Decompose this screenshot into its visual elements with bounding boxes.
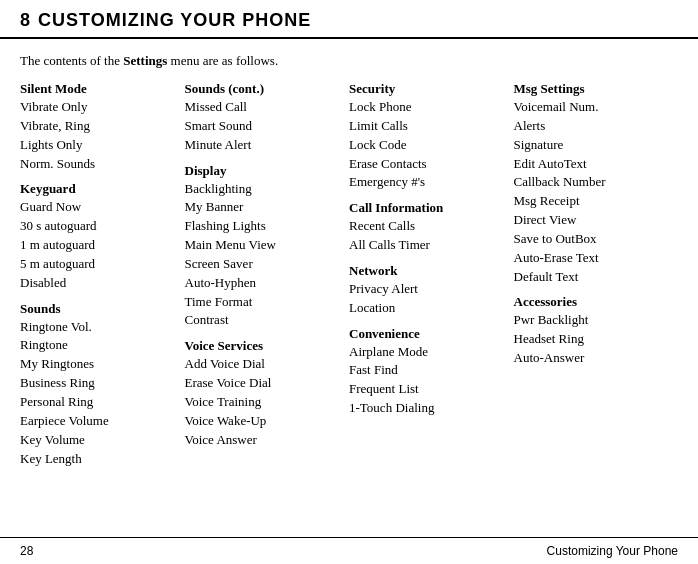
section-header-3-1: Accessories [514,294,671,310]
menu-item-1-2-1: Erase Voice Dial [185,374,342,393]
menu-item-3-0-3: Edit AutoText [514,155,671,174]
column-0: Silent ModeVibrate OnlyVibrate, RingLigh… [20,81,185,468]
menu-item-1-2-4: Voice Answer [185,431,342,450]
menu-item-2-1-1: All Calls Timer [349,236,506,255]
menu-item-0-2-7: Key Length [20,450,177,469]
section-header-1-0: Sounds (cont.) [185,81,342,97]
menu-item-3-0-5: Msg Receipt [514,192,671,211]
menu-item-1-0-1: Smart Sound [185,117,342,136]
menu-item-3-0-9: Default Text [514,268,671,287]
section-header-2-2: Network [349,263,506,279]
menu-item-0-2-4: Personal Ring [20,393,177,412]
menu-item-0-2-6: Key Volume [20,431,177,450]
menu-item-2-0-3: Erase Contacts [349,155,506,174]
footer-page-number: 28 [20,544,33,558]
menu-item-2-3-1: Fast Find [349,361,506,380]
menu-item-1-2-2: Voice Training [185,393,342,412]
menu-item-1-1-6: Time Format [185,293,342,312]
menu-item-0-2-2: My Ringtones [20,355,177,374]
menu-item-3-1-0: Pwr Backlight [514,311,671,330]
menu-item-3-0-6: Direct View [514,211,671,230]
page: 8 Customizing Your Phone The contents of… [0,0,698,564]
menu-item-0-2-5: Earpiece Volume [20,412,177,431]
menu-item-1-1-1: My Banner [185,198,342,217]
menu-item-0-0-3: Norm. Sounds [20,155,177,174]
menu-columns: Silent ModeVibrate OnlyVibrate, RingLigh… [20,81,678,468]
menu-item-0-2-0: Ringtone Vol. [20,318,177,337]
menu-item-2-0-0: Lock Phone [349,98,506,117]
menu-item-3-1-2: Auto-Answer [514,349,671,368]
section-header-1-2: Voice Services [185,338,342,354]
menu-item-2-2-0: Privacy Alert [349,280,506,299]
menu-item-1-2-0: Add Voice Dial [185,355,342,374]
menu-item-1-1-0: Backlighting [185,180,342,199]
menu-item-1-1-5: Auto-Hyphen [185,274,342,293]
menu-item-2-0-2: Lock Code [349,136,506,155]
menu-item-2-2-1: Location [349,299,506,318]
menu-item-2-3-0: Airplane Mode [349,343,506,362]
menu-item-0-1-2: 1 m autoguard [20,236,177,255]
menu-item-1-1-4: Screen Saver [185,255,342,274]
menu-item-3-1-1: Headset Ring [514,330,671,349]
menu-item-0-2-3: Business Ring [20,374,177,393]
menu-item-3-0-7: Save to OutBox [514,230,671,249]
menu-item-1-0-0: Missed Call [185,98,342,117]
section-header-0-2: Sounds [20,301,177,317]
menu-item-2-1-0: Recent Calls [349,217,506,236]
menu-item-3-0-2: Signature [514,136,671,155]
menu-item-0-0-2: Lights Only [20,136,177,155]
menu-item-2-3-2: Frequent List [349,380,506,399]
chapter-number: 8 [20,10,30,31]
menu-item-0-0-1: Vibrate, Ring [20,117,177,136]
footer-title: Customizing Your Phone [547,544,678,558]
menu-item-3-0-8: Auto-Erase Text [514,249,671,268]
menu-item-0-1-4: Disabled [20,274,177,293]
menu-item-3-0-1: Alerts [514,117,671,136]
section-header-3-0: Msg Settings [514,81,671,97]
menu-item-0-1-3: 5 m autoguard [20,255,177,274]
menu-item-1-1-7: Contrast [185,311,342,330]
section-header-2-3: Convenience [349,326,506,342]
section-header-0-0: Silent Mode [20,81,177,97]
section-header-2-1: Call Information [349,200,506,216]
column-2: SecurityLock PhoneLimit CallsLock CodeEr… [349,81,514,468]
page-content: The contents of the Settings menu are as… [0,39,698,478]
menu-item-3-0-4: Callback Number [514,173,671,192]
menu-item-1-1-3: Main Menu View [185,236,342,255]
menu-item-2-0-1: Limit Calls [349,117,506,136]
menu-item-0-2-1: Ringtone [20,336,177,355]
menu-item-1-2-3: Voice Wake-Up [185,412,342,431]
menu-item-0-1-1: 30 s autoguard [20,217,177,236]
menu-item-1-1-2: Flashing Lights [185,217,342,236]
column-1: Sounds (cont.)Missed CallSmart SoundMinu… [185,81,350,468]
page-title: Customizing Your Phone [38,10,311,31]
section-header-1-1: Display [185,163,342,179]
section-header-2-0: Security [349,81,506,97]
menu-item-1-0-2: Minute Alert [185,136,342,155]
menu-item-0-0-0: Vibrate Only [20,98,177,117]
section-header-0-1: Keyguard [20,181,177,197]
menu-item-0-1-0: Guard Now [20,198,177,217]
menu-item-3-0-0: Voicemail Num. [514,98,671,117]
page-header: 8 Customizing Your Phone [0,0,698,39]
column-3: Msg SettingsVoicemail Num.AlertsSignatur… [514,81,679,468]
page-footer: 28 Customizing Your Phone [0,537,698,564]
menu-item-2-3-3: 1-Touch Dialing [349,399,506,418]
menu-item-2-0-4: Emergency #'s [349,173,506,192]
intro-text: The contents of the Settings menu are as… [20,53,678,69]
